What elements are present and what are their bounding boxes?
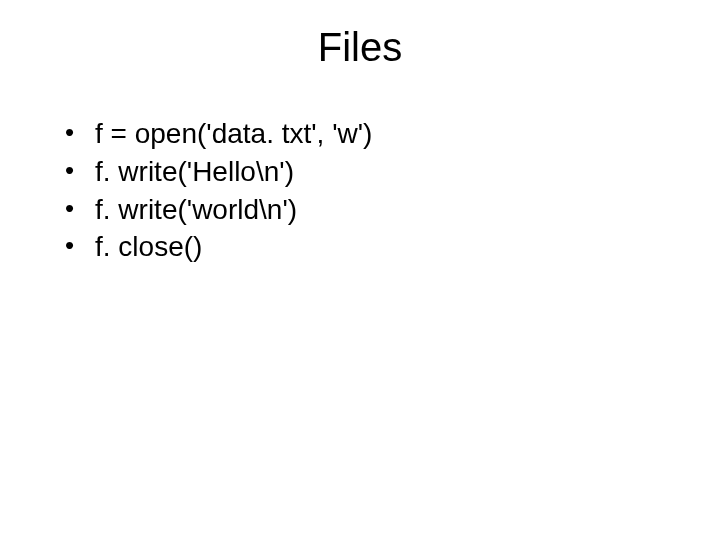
list-item: f. write('world\n') [65, 191, 670, 229]
slide: Files f = open('data. txt', 'w') f. writ… [0, 0, 720, 540]
page-title: Files [50, 25, 670, 70]
list-item: f. write('Hello\n') [65, 153, 670, 191]
bullet-list: f = open('data. txt', 'w') f. write('Hel… [50, 115, 670, 266]
list-item: f. close() [65, 228, 670, 266]
list-item: f = open('data. txt', 'w') [65, 115, 670, 153]
